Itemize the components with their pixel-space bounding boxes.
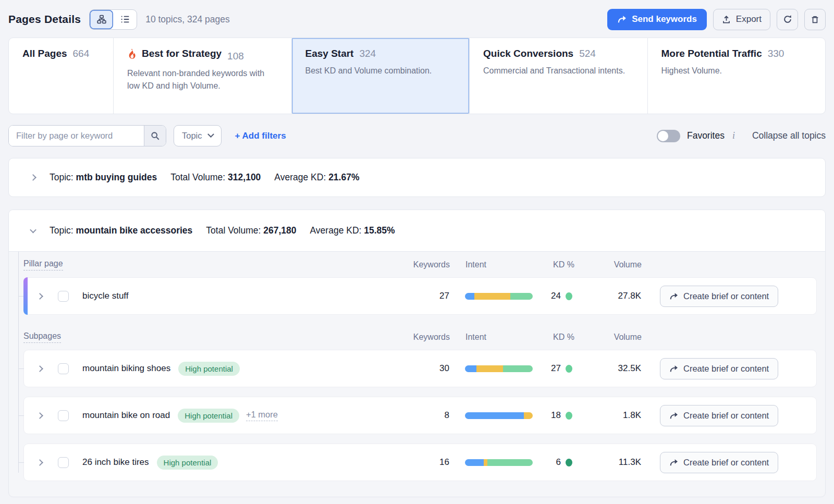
keywords-count: 16 (392, 457, 449, 468)
chevron-right-icon[interactable] (36, 412, 43, 419)
favorites-toggle[interactable] (657, 130, 680, 142)
tree-rail (18, 252, 19, 473)
topic-total-volume: 267,180 (263, 225, 296, 236)
chevron-right-icon[interactable] (30, 174, 36, 181)
row-checkbox[interactable] (58, 457, 69, 468)
chevron-right-icon[interactable] (36, 459, 43, 466)
info-icon[interactable]: i (731, 130, 736, 141)
topic-filter-dropdown[interactable]: Topic (174, 125, 222, 146)
list-view-icon (120, 15, 130, 24)
intent-bar (465, 293, 533, 300)
view-toggle (89, 9, 137, 30)
kd-dot (566, 292, 572, 300)
topic-table: Pillar page Keywords Intent KD % Volume … (9, 252, 825, 497)
chevron-down-icon[interactable] (30, 227, 36, 233)
topic-average-kd: 15.85% (364, 225, 395, 236)
chevron-right-icon[interactable] (36, 365, 43, 372)
list-view-button[interactable] (113, 10, 137, 29)
page-name[interactable]: bicycle stuff (82, 291, 129, 301)
high-potential-badge: High potential (157, 456, 218, 470)
page-header: Pages Details 10 topics, 324 pages (0, 0, 834, 38)
high-potential-badge: High potential (178, 409, 239, 423)
create-brief-button[interactable]: Create brief or content (660, 358, 778, 379)
intent-bar (465, 412, 533, 419)
kd-dot (566, 412, 572, 420)
tree-view-icon (97, 15, 106, 24)
page-name[interactable]: mountain biking shoes (82, 363, 170, 374)
pillar-column-header: Pillar page Keywords Intent KD % Volume (23, 252, 817, 277)
topic-card-mountain-bike-accessories: Topic: mountain bike accessories Total V… (8, 210, 826, 497)
tab-all-pages[interactable]: All Pages 664 (9, 38, 113, 114)
subpages-column-header: Subpages Keywords Intent KD % Volume (23, 324, 817, 350)
chevron-right-icon[interactable] (36, 293, 43, 300)
volume-value: 11.3K (594, 457, 660, 468)
row-checkbox[interactable] (58, 363, 69, 374)
search-box (8, 125, 166, 146)
subpages-label: Subpages (23, 331, 61, 343)
favorites-label: Favorites (687, 130, 725, 141)
keywords-count: 30 (392, 363, 449, 374)
send-arrow-icon (669, 411, 678, 420)
topic-header[interactable]: Topic: mtb buying guides Total Volume: 3… (9, 158, 825, 196)
table-row-subpage: mountain biking shoes High potential 30 … (23, 350, 817, 387)
kd-dot (566, 365, 572, 373)
table-row-pillar: bicycle stuff 27 24 27.8K Create brief (23, 277, 817, 315)
chevron-down-icon (207, 131, 214, 138)
volume-value: 32.5K (594, 363, 660, 374)
search-input[interactable] (9, 126, 144, 146)
keywords-count: 27 (392, 291, 449, 301)
export-icon (722, 15, 731, 24)
topics-pages-summary: 10 topics, 324 pages (145, 14, 230, 25)
kd-value: 24 (547, 291, 561, 301)
topic-average-kd: 21.67% (328, 172, 359, 182)
add-filters-link[interactable]: + Add filters (235, 131, 286, 141)
collapse-all-topics-link[interactable]: Collapse all topics (752, 130, 826, 141)
refresh-button[interactable] (777, 9, 798, 30)
topic-card-mtb-buying-guides: Topic: mtb buying guides Total Volume: 3… (8, 158, 826, 197)
tab-easy-start[interactable]: Easy Start 324 Best KD and Volume combin… (291, 38, 470, 114)
kd-value: 27 (547, 363, 561, 374)
topic-header[interactable]: Topic: mountain bike accessories Total V… (9, 210, 825, 252)
topic-name: mtb buying guides (76, 172, 157, 182)
tab-quick-conversions[interactable]: Quick Conversions 524 Commercial and Tra… (469, 38, 647, 114)
delete-button[interactable] (804, 9, 826, 30)
intent-bar (465, 459, 533, 466)
search-icon (151, 131, 160, 141)
tree-view-button[interactable] (90, 10, 113, 29)
volume-value: 27.8K (594, 291, 660, 301)
intent-bar (465, 365, 533, 372)
send-arrow-icon (669, 458, 678, 467)
create-brief-button[interactable]: Create brief or content (660, 286, 778, 307)
kd-dot (566, 459, 572, 466)
topic-total-volume: 312,100 (228, 172, 261, 182)
row-checkbox[interactable] (58, 291, 69, 302)
filter-bar: Topic + Add filters Favorites i Collapse… (8, 125, 826, 146)
row-checkbox[interactable] (58, 410, 69, 421)
page-name[interactable]: 26 inch bike tires (82, 457, 149, 468)
create-brief-button[interactable]: Create brief or content (660, 405, 778, 426)
export-button[interactable]: Export (713, 9, 770, 30)
topic-name: mountain bike accessories (76, 225, 193, 236)
more-tags-link[interactable]: +1 more (246, 410, 278, 421)
page-name[interactable]: mountain bike on road (82, 410, 170, 421)
send-arrow-icon (669, 364, 678, 373)
page-title: Pages Details (8, 13, 81, 26)
pillar-page-label: Pillar page (23, 259, 63, 271)
refresh-icon (783, 15, 792, 24)
flame-icon (127, 48, 137, 59)
table-row-subpage: mountain bike on road High potential +1 … (23, 397, 817, 434)
send-keywords-button[interactable]: Send keywords (607, 9, 707, 30)
tab-more-potential-traffic[interactable]: More Potential Traffic 330 Highest Volum… (647, 38, 826, 114)
kd-value: 6 (547, 457, 561, 468)
send-arrow-icon (617, 15, 627, 24)
trash-icon (811, 15, 819, 24)
send-arrow-icon (669, 292, 678, 301)
high-potential-badge: High potential (178, 362, 240, 376)
create-brief-button[interactable]: Create brief or content (660, 452, 778, 473)
volume-value: 1.8K (594, 410, 660, 421)
keywords-count: 8 (392, 410, 449, 421)
search-button[interactable] (144, 126, 166, 146)
table-row-subpage: 26 inch bike tires High potential 16 6 1… (23, 444, 817, 481)
kd-value: 18 (547, 410, 561, 421)
tab-best-for-strategy[interactable]: Best for Strategy 108 Relevant non-brand… (113, 38, 291, 114)
